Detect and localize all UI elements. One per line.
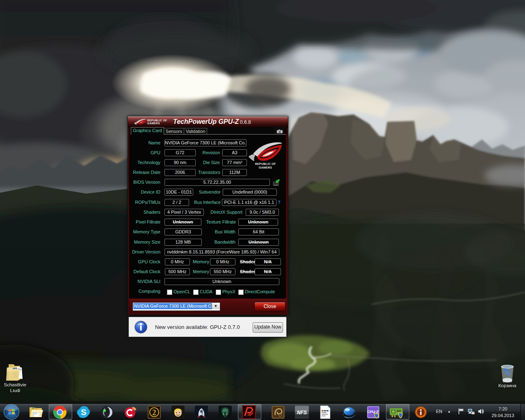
svg-text:2: 2: [153, 409, 156, 417]
svg-text:S: S: [81, 408, 86, 417]
svg-text:REPUBLIC OF: REPUBLIC OF: [255, 162, 276, 165]
svg-text:GAMERS: GAMERS: [259, 166, 272, 169]
svg-text:CPU-Z: CPU-Z: [367, 410, 379, 414]
svg-text:NFS: NFS: [297, 410, 307, 415]
